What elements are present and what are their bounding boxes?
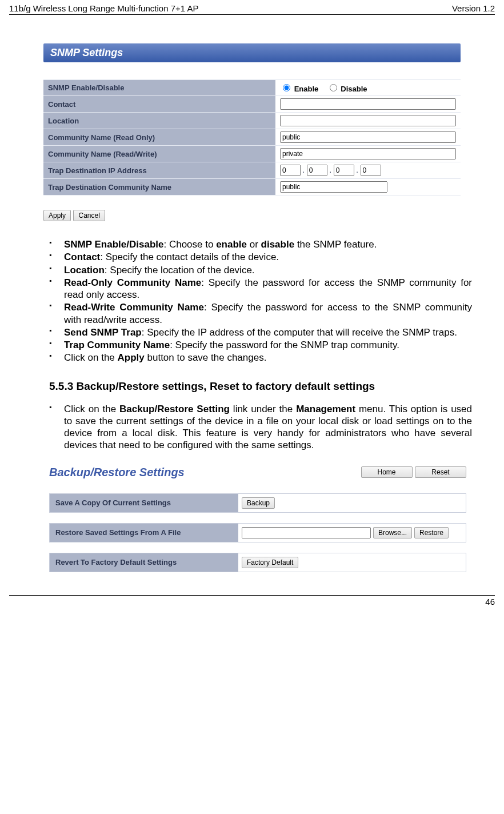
snmp-buttons: Apply Cancel [43,210,461,221]
hdr-right: Version 1.2 [452,3,495,13]
snmp-table: SNMP Enable/Disable Enable Disable Conta… [43,79,461,195]
backup-description-list: Click on the Backup/Restore Setting link… [49,403,472,452]
snmp-settings-panel: SNMP Settings SNMP Enable/Disable Enable… [43,43,461,221]
location-label: Location [43,113,275,129]
restore-button[interactable]: Restore [414,527,449,538]
ro-community-label: Community Name (Read Only) [43,129,275,146]
snmp-title: SNMP Settings [43,43,461,62]
hdr-left: 11b/g Wireless Long Range Multi-function… [9,3,198,13]
restore-row: Restore Saved Settings From A File Brows… [49,523,466,542]
location-input[interactable] [280,115,456,126]
list-item: Read-Write Community Name: Specify the p… [49,301,472,326]
factory-default-row: Revert To Factory Default Settings Facto… [49,553,466,572]
page-header: 11b/g Wireless Long Range Multi-function… [9,3,495,15]
factory-default-label: Revert To Factory Default Settings [50,553,238,571]
ip-octet-2[interactable] [307,165,327,176]
list-item: Read-Only Community Name: Specify the pa… [49,277,472,301]
trap-ip-label: Trap Destination IP Address [43,162,275,179]
save-copy-row: Save A Copy Of Current Settings Backup [49,493,466,513]
page-number: 46 [9,595,495,606]
backup-button[interactable]: Backup [242,497,275,509]
disable-radio-label: Disable [341,85,367,93]
ip-octet-1[interactable] [280,165,301,176]
list-item: Send SNMP Trap: Specify the IP address o… [49,326,472,338]
enable-radio-label: Enable [294,85,319,93]
ip-octet-4[interactable] [361,165,381,176]
apply-button[interactable]: Apply [43,210,71,221]
save-copy-label: Save A Copy Of Current Settings [50,494,238,512]
disable-radio[interactable] [330,84,337,91]
dot-icon: . [301,166,307,174]
backup-restore-panel: Backup/Restore Settings Home Reset Save … [49,466,466,572]
trap-community-label: Trap Destination Community Name [43,179,275,195]
list-item: Contact: Specify the contact details of … [49,251,472,263]
section-heading: 5.5.3 Backup/Restore settings, Reset to … [49,380,472,393]
snmp-enable-field: Enable Disable [275,80,461,96]
dot-icon: . [354,166,361,174]
ip-octet-3[interactable] [334,165,354,176]
browse-button[interactable]: Browse... [373,527,412,538]
snmp-enable-label: SNMP Enable/Disable [43,80,275,96]
trap-community-input[interactable] [280,181,387,193]
list-item: Click on the Apply button to save the ch… [49,352,472,364]
rw-community-input[interactable] [280,148,456,159]
restore-file-input[interactable] [242,527,371,538]
rw-community-label: Community Name (Read/Write) [43,146,275,162]
cancel-button[interactable]: Cancel [73,210,105,221]
list-item: Location: Specify the location of the de… [49,264,472,276]
trap-ip-field: . . . [275,162,461,179]
restore-label: Restore Saved Settings From A File [50,524,238,541]
snmp-description-list: SNMP Enable/Disable: Choose to enable or… [49,238,472,364]
list-item: Trap Community Name: Specify the passwor… [49,339,472,351]
list-item: Click on the Backup/Restore Setting link… [49,403,472,452]
enable-radio[interactable] [283,84,290,91]
contact-input[interactable] [280,98,456,110]
ro-community-input[interactable] [280,131,456,143]
list-item: SNMP Enable/Disable: Choose to enable or… [49,238,472,250]
factory-default-button[interactable]: Factory Default [242,557,298,568]
contact-label: Contact [43,96,275,113]
reset-button[interactable]: Reset [415,466,466,478]
backup-title: Backup/Restore Settings [49,466,361,479]
home-button[interactable]: Home [361,466,413,478]
dot-icon: . [327,166,334,174]
